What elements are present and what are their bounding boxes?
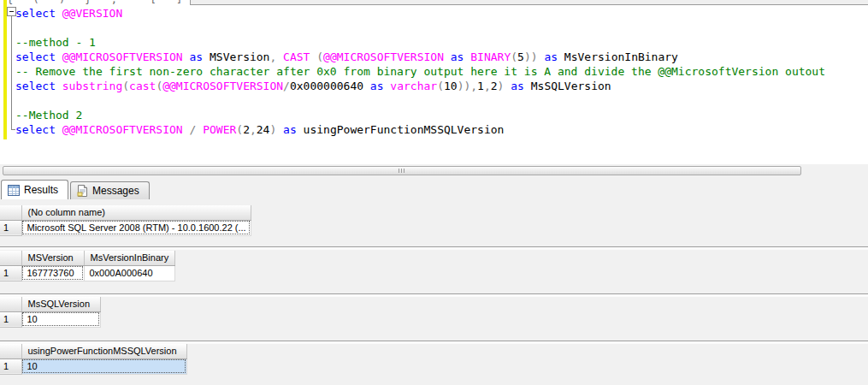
code-token xyxy=(183,123,190,136)
grid-corner-cell[interactable] xyxy=(0,344,21,358)
column-header[interactable]: MsVersionInBinary xyxy=(84,251,174,265)
code-token: 2 xyxy=(491,80,498,92)
code-token: @@MICROSOFTVERSION xyxy=(162,80,283,92)
grid-cell[interactable]: 10 xyxy=(21,311,100,327)
code-token: BINARY xyxy=(470,50,511,63)
result-grid: usingPowerFunctionMSSQLVersion110 xyxy=(0,344,187,375)
code-token: select xyxy=(15,123,56,136)
ssms-query-window: { ( ) } , [ ] , select @@VERSION--method… xyxy=(0,0,868,385)
code-token xyxy=(363,80,370,92)
column-header[interactable]: MSVersion xyxy=(21,251,84,265)
code-token: @@VERSION xyxy=(62,7,122,20)
code-token: as xyxy=(544,50,558,63)
code-token: ( xyxy=(122,80,129,92)
column-header[interactable]: usingPowerFunctionMSSQLVersion xyxy=(21,344,186,358)
code-token: 24 xyxy=(257,123,270,136)
code-token: substring xyxy=(62,80,122,92)
code-token: ( xyxy=(437,80,444,92)
results-tabbar: Results Messages xyxy=(1,180,151,199)
grid-splitter[interactable] xyxy=(0,246,868,250)
grid-cell[interactable]: 167773760 xyxy=(21,265,84,281)
scrollbar-grip-icon xyxy=(399,169,405,173)
code-token xyxy=(276,123,283,136)
editor-horizontal-scrollbar[interactable] xyxy=(0,164,868,178)
sql-editor[interactable]: select @@VERSION--method - 1select @@MIC… xyxy=(0,5,868,164)
code-token: 5 xyxy=(517,50,524,63)
code-token: CAST xyxy=(283,50,310,63)
tab-messages[interactable]: Messages xyxy=(70,181,150,199)
code-line[interactable]: --Method 2 xyxy=(15,108,868,122)
grid-cell[interactable]: 10 xyxy=(21,358,186,374)
tab-results[interactable]: Results xyxy=(1,180,68,199)
code-token xyxy=(196,123,203,136)
code-token: MsVersionInBinary xyxy=(558,50,678,63)
code-token xyxy=(183,50,190,63)
code-token xyxy=(56,50,62,63)
code-line[interactable]: -- Remove the first non-zero character a… xyxy=(15,64,868,79)
code-token: @@MICROSOFTVERSION xyxy=(323,50,444,63)
code-token: usingPowerFunctionMSSQLVersion xyxy=(297,123,505,136)
column-header[interactable]: MsSQLVersion xyxy=(21,297,100,311)
grid-cell[interactable]: Microsoft SQL Server 2008 (RTM) - 10.0.1… xyxy=(21,220,251,235)
code-token: 10 xyxy=(444,80,458,92)
code-token: as xyxy=(511,80,524,92)
code-token: MsSQLVersion xyxy=(524,80,611,92)
code-token: as xyxy=(283,123,297,136)
change-tracking-bar xyxy=(3,0,7,139)
code-token: as xyxy=(190,50,204,63)
code-token: as xyxy=(451,50,464,63)
tab-messages-label: Messages xyxy=(92,185,139,197)
grid-splitter[interactable] xyxy=(0,293,868,297)
result-grid: MSVersionMsVersionInBinary11677737600x00… xyxy=(0,251,175,281)
code-token: , xyxy=(484,80,491,92)
code-token xyxy=(276,50,283,63)
code-token xyxy=(444,50,451,63)
code-token: MSVersion xyxy=(203,50,269,63)
code-token: select xyxy=(15,80,56,92)
code-token xyxy=(56,123,62,136)
collapse-region-icon[interactable] xyxy=(7,7,16,16)
code-line[interactable]: select substring(cast(@@MICROSOFTVERSION… xyxy=(15,79,868,93)
code-token: --Method 2 xyxy=(15,109,82,121)
code-token: , xyxy=(250,123,257,136)
fold-region-end xyxy=(11,129,15,130)
code-token: 0x000000640 xyxy=(290,80,363,92)
code-token: select xyxy=(15,7,56,20)
code-token: 1 xyxy=(477,80,484,92)
fold-region-line xyxy=(11,16,12,130)
grid-corner-cell[interactable] xyxy=(0,297,21,311)
tab-results-label: Results xyxy=(24,184,58,196)
code-line[interactable]: select @@VERSION xyxy=(15,6,868,21)
code-token: select xyxy=(15,50,56,63)
row-header[interactable]: 1 xyxy=(0,220,21,235)
row-header[interactable]: 1 xyxy=(0,358,21,374)
code-line[interactable] xyxy=(15,21,868,35)
results-pane: Results Messages (No column name)1Micros… xyxy=(0,178,868,385)
code-line[interactable] xyxy=(15,93,868,108)
code-token: , xyxy=(470,80,477,92)
code-area[interactable]: select @@VERSION--method - 1select @@MIC… xyxy=(15,6,868,137)
grid-corner-cell[interactable] xyxy=(0,251,21,265)
row-header[interactable]: 1 xyxy=(0,265,21,281)
code-token: -- Remove the first non-zero character a… xyxy=(15,65,825,78)
result-grid: MsSQLVersion110 xyxy=(0,297,101,328)
grid-corner-cell[interactable] xyxy=(0,205,21,220)
scrollbar-thumb[interactable] xyxy=(3,166,801,175)
code-token: )) xyxy=(458,80,471,92)
code-line[interactable]: select @@MICROSOFTVERSION as MSVersion, … xyxy=(15,50,868,64)
result-grid: (No column name)1Microsoft SQL Server 20… xyxy=(0,205,251,236)
results-grid-icon xyxy=(8,185,20,196)
grid-splitter[interactable] xyxy=(0,341,868,344)
code-token: @@MICROSOFTVERSION xyxy=(62,123,183,136)
code-line[interactable]: --method - 1 xyxy=(15,35,868,50)
code-token xyxy=(56,7,62,20)
row-header[interactable]: 1 xyxy=(0,311,21,327)
code-token: as xyxy=(370,80,384,92)
code-token: / xyxy=(283,80,290,92)
code-token: POWER xyxy=(203,123,236,136)
column-header[interactable]: (No column name) xyxy=(21,205,251,220)
grid-cell[interactable]: 0x000A000640 xyxy=(84,265,174,281)
code-token: ( xyxy=(236,123,243,136)
code-token xyxy=(56,80,62,92)
code-line[interactable]: select @@MICROSOFTVERSION / POWER(2,24) … xyxy=(15,122,868,137)
